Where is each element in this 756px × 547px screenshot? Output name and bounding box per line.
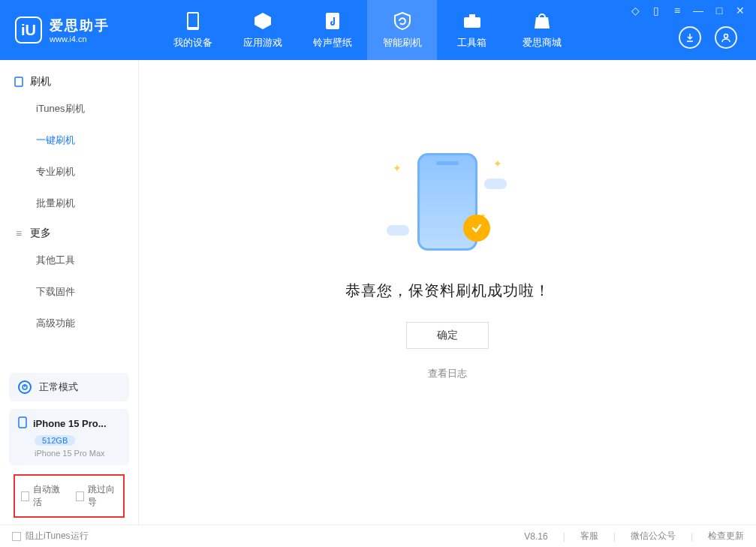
version-label: V8.16: [524, 531, 547, 542]
app-title: 爱思助手: [50, 17, 110, 35]
logo-area: iU 爱思助手 www.i4.cn: [15, 17, 128, 44]
nav-ringtone-wallpaper[interactable]: 铃声壁纸: [297, 0, 367, 60]
toolbox-icon: [462, 11, 483, 32]
nav-toolbox[interactable]: 工具箱: [437, 0, 507, 60]
list-icon: ≡: [14, 228, 24, 239]
cube-icon: [252, 11, 273, 32]
minimize-icon[interactable]: —: [691, 5, 705, 17]
app-header: iU 爱思助手 www.i4.cn 我的设备 应用游戏 铃声壁纸 智能刷机 工具…: [0, 0, 756, 60]
sidebar-batch-flash[interactable]: 批量刷机: [0, 188, 138, 219]
success-illustration: ✦ ✦ ✦: [384, 146, 511, 258]
success-check-icon: [463, 215, 490, 242]
svg-point-5: [724, 35, 728, 38]
svg-rect-9: [19, 417, 26, 428]
music-icon: [322, 11, 343, 32]
view-log-link[interactable]: 查看日志: [428, 367, 467, 380]
refresh-shield-icon: [392, 11, 413, 32]
sidebar-itunes-flash[interactable]: iTunes刷机: [0, 93, 138, 125]
tablet-icon: [14, 77, 24, 87]
ok-button[interactable]: 确定: [406, 322, 489, 349]
status-bar: 阻止iTunes运行 V8.16 | 客服 | 微信公众号 | 检查更新: [0, 524, 756, 547]
device-model: iPhone 15 Pro Max: [35, 449, 120, 458]
phone-icon: [182, 11, 203, 32]
footer-support-link[interactable]: 客服: [580, 530, 598, 542]
mobile-icon[interactable]: ▯: [649, 5, 663, 17]
nav-my-device[interactable]: 我的设备: [158, 0, 227, 60]
power-icon: [18, 380, 32, 394]
svg-rect-1: [188, 14, 197, 27]
sidebar: 刷机 iTunes刷机 一键刷机 专业刷机 批量刷机 ≡ 更多 其他工具 下载固…: [0, 60, 139, 525]
close-icon[interactable]: ✕: [733, 5, 747, 17]
sidebar-advanced[interactable]: 高级功能: [0, 308, 138, 339]
svg-rect-6: [15, 77, 23, 86]
device-card[interactable]: iPhone 15 Pro... 512GB iPhone 15 Pro Max: [9, 409, 129, 465]
sidebar-group-more[interactable]: ≡ 更多: [0, 219, 138, 245]
cloud-icon: [387, 225, 409, 236]
footer-wechat-link[interactable]: 微信公众号: [631, 530, 676, 542]
device-phone-icon: [18, 416, 27, 431]
app-subtitle: www.i4.cn: [50, 35, 110, 44]
nav-apps-games[interactable]: 应用游戏: [227, 0, 297, 60]
window-controls: ◇ ▯ ≡ — □ ✕: [628, 5, 747, 17]
device-mode-pill[interactable]: 正常模式: [9, 373, 129, 401]
sidebar-other-tools[interactable]: 其他工具: [0, 245, 138, 276]
main-content: ✦ ✦ ✦ 恭喜您，保资料刷机成功啦！ 确定 查看日志: [139, 60, 756, 525]
highlighted-options: 自动激活 跳过向导: [14, 474, 125, 518]
sidebar-pro-flash[interactable]: 专业刷机: [0, 156, 138, 188]
cloud-icon: [484, 179, 507, 189]
nav-store[interactable]: 爱思商城: [507, 0, 577, 60]
success-title: 恭喜您，保资料刷机成功啦！: [345, 281, 550, 301]
bag-icon: [532, 11, 553, 32]
skin-icon[interactable]: ◇: [628, 5, 642, 17]
top-nav: 我的设备 应用游戏 铃声壁纸 智能刷机 工具箱 爱思商城: [158, 0, 577, 60]
svg-rect-3: [464, 17, 480, 28]
menu-icon[interactable]: ≡: [670, 5, 684, 17]
storage-badge: 512GB: [35, 435, 75, 446]
app-logo-icon: iU: [15, 17, 42, 44]
download-button[interactable]: [679, 26, 701, 49]
sidebar-oneclick-flash[interactable]: 一键刷机: [0, 125, 138, 156]
svg-rect-4: [469, 14, 475, 17]
nav-smart-flash[interactable]: 智能刷机: [367, 0, 437, 60]
sparkle-icon: ✦: [393, 162, 402, 174]
checkbox-auto-activate[interactable]: 自动激活: [21, 483, 62, 509]
maximize-icon[interactable]: □: [712, 5, 726, 17]
sidebar-download-firmware[interactable]: 下载固件: [0, 276, 138, 308]
checkbox-skip-guide[interactable]: 跳过向导: [76, 483, 117, 509]
checkbox-block-itunes[interactable]: 阻止iTunes运行: [12, 530, 89, 542]
sidebar-group-flash[interactable]: 刷机: [0, 68, 138, 93]
footer-update-link[interactable]: 检查更新: [708, 530, 744, 542]
account-button[interactable]: [715, 26, 737, 49]
sparkle-icon: ✦: [493, 158, 502, 170]
